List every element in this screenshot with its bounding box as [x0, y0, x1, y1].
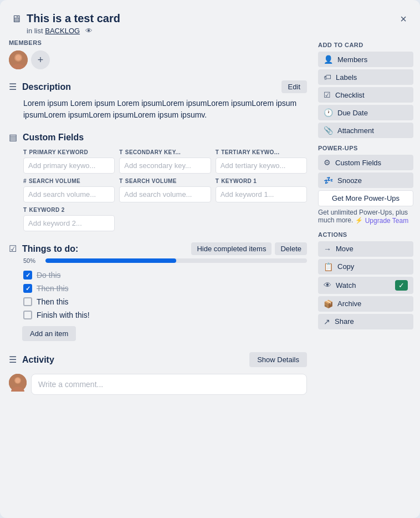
watch-sidebar-icon: 👁 [324, 281, 331, 290]
duedate-sidebar-label: Due Date [337, 109, 408, 117]
header-content: This is a test card in list BACKLOG 👁 [27, 11, 392, 35]
field-type-icon-4: T [119, 178, 123, 184]
edit-description-button[interactable]: Edit [281, 80, 307, 93]
field-input-6[interactable]: Add keyword 2... [23, 215, 115, 231]
checklist-items: Do this Then this Then this Finish with … [9, 268, 307, 322]
card-subtitle: in list BACKLOG 👁 [27, 27, 392, 35]
field-input-4[interactable]: Add search volume... [119, 186, 211, 202]
add-item-button[interactable]: Add an item [22, 326, 76, 341]
field-type-icon-2: T [216, 149, 219, 155]
get-more-power-ups-button[interactable]: Get More Power-Ups [318, 190, 413, 206]
field-input-1[interactable]: Add secondary key... [119, 158, 211, 174]
copy-sidebar-icon: 📋 [324, 262, 333, 271]
members-sidebar-label: Members [337, 55, 408, 64]
members-label: MEMBERS [9, 39, 307, 46]
upgrade-icon: ⚡ [355, 217, 363, 224]
comment-row: Write a comment... [9, 374, 307, 395]
custom-field-3: # SEARCH VOLUME Add search volume... [23, 178, 115, 202]
checklist-actions: Hide completed items Delete [191, 242, 307, 255]
checklist-icon: ☑ [9, 243, 17, 254]
custom-field-0: T PRIMARY KEYWORD Add primary keywo... [23, 149, 115, 174]
watch-sidebar-label: Watch [336, 281, 391, 290]
share-sidebar-icon: ↗ [324, 317, 330, 326]
description-icon: ☰ [9, 82, 17, 92]
duedate-sidebar-icon: 🕐 [324, 108, 333, 117]
card-title: This is a test card [27, 11, 392, 26]
progress-label: 50% [23, 257, 41, 264]
upgrade-link[interactable]: ⚡ Upgrade Team [355, 217, 409, 225]
sidebar-attachment-button[interactable]: 📎 Attachment [318, 123, 413, 138]
custom-fields-row-2: # SEARCH VOLUME Add search volume... T S… [9, 178, 307, 202]
member-avatar[interactable] [9, 50, 28, 69]
sidebar-members-button[interactable]: 👤 Members [318, 52, 413, 67]
list-link[interactable]: BACKLOG [45, 27, 80, 35]
activity-icon: ☰ [9, 354, 17, 365]
progress-bar-bg [45, 258, 307, 263]
svg-point-3 [16, 55, 21, 60]
custom-fields-section: ▤ Custom Fields T PRIMARY KEYWORD Add pr… [9, 132, 307, 231]
members-section: MEMBERS + [9, 39, 307, 69]
checklist-header: ☑ Things to do: Hide completed items Del… [9, 242, 307, 255]
custom-fields-title: Custom Fields [23, 133, 84, 143]
watch-icon[interactable]: 👁 [85, 27, 93, 35]
checklist-section: ☑ Things to do: Hide completed items Del… [9, 242, 307, 341]
sidebar-labels-button[interactable]: 🏷 Labels [318, 69, 413, 85]
progress-row: 50% [9, 257, 307, 264]
svg-point-7 [16, 378, 21, 383]
field-label-3: # SEARCH VOLUME [23, 178, 115, 184]
field-type-icon-5: T [216, 178, 219, 184]
sidebar-move-button[interactable]: → Move [318, 241, 413, 257]
checklist-checkbox-1[interactable] [23, 284, 32, 293]
field-label-2: T TERTIARY KEYWO... [216, 149, 307, 155]
sidebar-share-button[interactable]: ↗ Share [318, 314, 413, 329]
delete-checklist-button[interactable]: Delete [275, 242, 307, 255]
add-member-button[interactable]: + [31, 50, 50, 69]
attachment-sidebar-icon: 📎 [324, 126, 333, 135]
watch-check-icon: ✓ [395, 280, 408, 291]
custom-fields-row-1: T PRIMARY KEYWORD Add primary keywo... T… [9, 149, 307, 174]
comment-input[interactable]: Write a comment... [31, 374, 307, 395]
field-type-icon-6: T [23, 207, 27, 213]
close-button[interactable]: × [398, 11, 409, 27]
activity-section: ☰ Activity Show Details Write a [9, 352, 307, 395]
checklist-item-0: Do this [23, 268, 307, 282]
sidebar-snooze-button[interactable]: 💤 Snooze [318, 172, 413, 188]
field-input-5[interactable]: Add keyword 1... [216, 186, 307, 202]
field-input-0[interactable]: Add primary keywo... [23, 158, 115, 174]
custom-fields-sidebar-label: Custom Fields [335, 159, 408, 167]
checklist-checkbox-0[interactable] [23, 271, 32, 280]
sidebar-duedate-button[interactable]: 🕐 Due Date [318, 105, 413, 120]
show-details-button[interactable]: Show Details [249, 352, 307, 367]
sidebar-copy-button[interactable]: 📋 Copy [318, 259, 413, 275]
activity-title: Activity [22, 355, 244, 365]
field-type-icon-1: T [119, 149, 123, 155]
field-type-icon-0: T [23, 149, 27, 155]
hide-completed-button[interactable]: Hide completed items [191, 242, 272, 255]
custom-field-2: T TERTIARY KEYWO... Add tertiary keywo..… [216, 149, 307, 174]
checklist-item-text-3: Finish with this! [37, 311, 90, 319]
move-sidebar-icon: → [324, 245, 331, 253]
checklist-checkbox-3[interactable] [23, 311, 32, 319]
sidebar-watch-button[interactable]: 👁 Watch ✓ [318, 277, 413, 294]
checklist-title: Things to do: [22, 244, 78, 254]
checklist-item-text-0: Do this [37, 271, 61, 280]
field-input-2[interactable]: Add tertiary keywo... [216, 158, 307, 174]
field-input-3[interactable]: Add search volume... [23, 186, 115, 202]
field-label-5: T KEYWORD 1 [216, 178, 307, 184]
custom-field-4: T SEARCH VOLUME Add search volume... [119, 178, 211, 202]
checklist-checkbox-2[interactable] [23, 297, 32, 306]
field-label-1: T SECONDARY KEY... [119, 149, 211, 155]
sidebar-archive-button[interactable]: 📦 Archive [318, 296, 413, 312]
checklist-item-1: Then this [23, 282, 307, 295]
sidebar-custom-fields-button[interactable]: ⚙ Custom Fields [318, 155, 413, 170]
custom-field-1: T SECONDARY KEY... Add secondary key... [119, 149, 211, 174]
field-label-0: T PRIMARY KEYWORD [23, 149, 115, 155]
checklist-item-text-2: Then this [37, 297, 69, 306]
labels-sidebar-icon: 🏷 [324, 73, 331, 82]
modal-container: 🖥 This is a test card in list BACKLOG 👁 … [0, 0, 420, 518]
sidebar-checklist-button[interactable]: ☑ Checklist [318, 87, 413, 103]
snooze-sidebar-icon: 💤 [324, 176, 333, 185]
checklist-sidebar-label: Checklist [335, 91, 408, 99]
members-sidebar-icon: 👤 [324, 55, 333, 64]
checklist-item-text-1: Then this [37, 284, 69, 293]
